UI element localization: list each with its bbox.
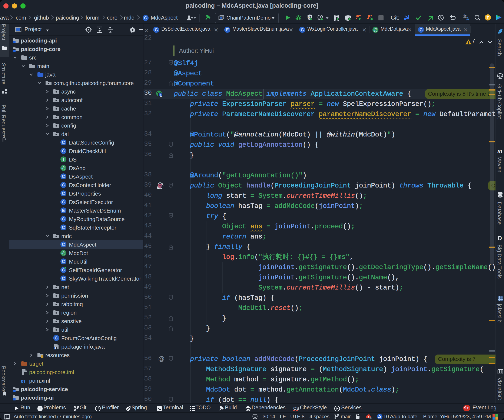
svg-text:C: C <box>62 216 65 221</box>
svg-text:C: C <box>62 191 65 196</box>
svg-text:C: C <box>62 259 65 264</box>
svg-text:C: C <box>62 200 65 204</box>
svg-text:C: C <box>155 27 158 32</box>
svg-text:C: C <box>144 16 147 20</box>
svg-text:@: @ <box>61 166 66 170</box>
svg-text:E: E <box>62 208 65 213</box>
svg-text:CS: CS <box>293 406 299 410</box>
svg-text:C: C <box>62 183 65 187</box>
svg-text:C: C <box>419 27 422 32</box>
svg-text:C: C <box>301 27 304 32</box>
svg-text:C: C <box>55 336 58 340</box>
svg-text:C: C <box>62 140 65 145</box>
svg-text:C: C <box>62 276 65 281</box>
svg-text:C: C <box>62 268 65 272</box>
svg-text:E: E <box>226 27 228 32</box>
svg-text:C: C <box>62 149 65 153</box>
svg-text:C: C <box>62 225 65 230</box>
svg-text:@: @ <box>373 27 377 32</box>
svg-text:C: C <box>62 242 65 247</box>
svg-text:I: I <box>63 157 64 162</box>
svg-text:A: A <box>466 17 469 21</box>
svg-text:J: J <box>54 347 56 350</box>
svg-text:C: C <box>62 174 65 179</box>
svg-text:@: @ <box>61 251 66 255</box>
